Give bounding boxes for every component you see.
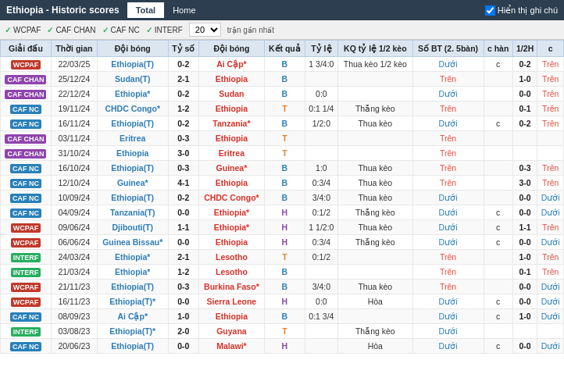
cell-team1: Tanzania(T) <box>97 205 168 220</box>
col-score: Tỷ số <box>168 41 198 57</box>
cell-chan <box>484 250 512 265</box>
cell-result: B <box>264 265 305 280</box>
cell-date: 03/11/24 <box>51 131 97 146</box>
cell-team2: CHDC Congo* <box>198 191 264 205</box>
league-badge: CAF NC <box>10 164 41 173</box>
tab-home[interactable]: Home <box>164 2 204 18</box>
cell-c: Dưới <box>537 191 564 205</box>
cell-result: B <box>264 116 305 131</box>
filter-interf[interactable]: ✓ INTERF <box>146 26 183 34</box>
cell-result: B <box>264 191 305 205</box>
cell-league: CAF CHAN <box>1 72 52 87</box>
cell-score: 0-0 <box>168 294 198 309</box>
filter-cafnc[interactable]: ✓ CAF NC <box>102 26 140 34</box>
table-row: CAF CHAN 25/12/24 Sudan(T) 2-1 Ethiopia … <box>1 72 564 87</box>
cell-score: 2-1 <box>168 250 198 265</box>
cell-team1: Ethiopia(T) <box>97 191 168 205</box>
count-select[interactable]: 20 10 30 50 <box>189 23 221 37</box>
cell-team1: Djibouti(T) <box>97 220 168 235</box>
header-title: Ethiopia - Historic scores <box>6 5 120 16</box>
cell-half: 0-0 <box>512 235 537 250</box>
cell-c: Trên <box>537 265 564 280</box>
tab-total[interactable]: Total <box>127 2 164 18</box>
cell-half: 3-0 <box>512 176 537 191</box>
cell-chan <box>484 131 512 146</box>
cell-team1: Ethiopia* <box>97 87 168 102</box>
cell-league: CAF NC <box>1 191 52 205</box>
cell-c: Trên <box>537 87 564 102</box>
league-badge: CAF CHAN <box>5 75 46 84</box>
league-badge: CAF CHAN <box>5 149 46 159</box>
cell-score: 1-2 <box>168 265 198 280</box>
cell-half <box>512 131 537 146</box>
cell-ratio <box>305 265 337 280</box>
cell-team1: Ethiopia(T) <box>97 57 168 72</box>
cell-team2: Sudan <box>198 87 264 102</box>
cell-score: 0-0 <box>168 205 198 220</box>
col-sobt: Số BT (2. 5bàn) <box>412 41 484 57</box>
filter-cafchan[interactable]: ✓ CAF CHAN <box>47 26 95 34</box>
table-row: CAF CHAN 31/10/24 Ethiopia 3-0 Eritrea T… <box>1 146 564 161</box>
cell-ratio: 1:0 <box>305 161 337 176</box>
cell-result: H <box>264 339 305 354</box>
cell-half: 0-1 <box>512 265 537 280</box>
cell-team1: Ethiopia* <box>97 250 168 265</box>
cell-team1: Guinea Bissau* <box>97 235 168 250</box>
league-badge: CAF NC <box>10 119 41 129</box>
cell-date: 24/03/24 <box>51 250 97 265</box>
cell-score: 0-0 <box>168 235 198 250</box>
filter-wcpaf[interactable]: ✓ WCPAF <box>5 26 41 34</box>
cell-half: 1-0 <box>512 72 537 87</box>
show-notes-checkbox[interactable] <box>485 5 495 16</box>
cell-league: CAF NC <box>1 339 52 354</box>
cell-kq <box>338 265 412 280</box>
cell-team1: CHDC Congo* <box>97 102 168 116</box>
cell-kq: Thắng kèo <box>338 324 412 339</box>
cell-result: T <box>264 324 305 339</box>
cell-chan <box>484 191 512 205</box>
cell-team2: Lesotho <box>198 265 264 280</box>
cell-half: 0-1 <box>512 102 537 116</box>
cell-sobt: Dưới <box>412 191 484 205</box>
cell-ratio: 1/2:0 <box>305 116 337 131</box>
filter-row: ✓ WCPAF ✓ CAF CHAN ✓ CAF NC ✓ INTERF 20 … <box>0 20 564 40</box>
cell-league: WCPAF <box>1 294 52 309</box>
cell-half: 1-0 <box>512 250 537 265</box>
league-badge: CAF CHAN <box>5 90 46 99</box>
cell-kq: Thua kèo 1/2 kèo <box>338 57 412 72</box>
cell-score: 4-1 <box>168 176 198 191</box>
cell-league: CAF NC <box>1 161 52 176</box>
cell-chan <box>484 265 512 280</box>
table-row: CAF NC 19/11/24 CHDC Congo* 1-2 Ethiopia… <box>1 102 564 116</box>
cell-half: 0-0 <box>512 205 537 220</box>
cell-team1: Ethiopia(T) <box>97 116 168 131</box>
cell-score: 0-2 <box>168 87 198 102</box>
cell-half: 0-3 <box>512 161 537 176</box>
cell-ratio: 0:3/4 <box>305 235 337 250</box>
show-notes-label[interactable]: Hiển thị ghi chú <box>485 5 558 16</box>
cell-date: 09/06/24 <box>51 220 97 235</box>
cell-c: Dưới <box>537 294 564 309</box>
cell-kq <box>338 87 412 102</box>
cell-kq: Thua kèo <box>338 161 412 176</box>
cell-ratio <box>305 324 337 339</box>
table-row: CAF CHAN 22/12/24 Ethiopia* 0-2 Sudan B … <box>1 87 564 102</box>
cell-chan: c <box>484 294 512 309</box>
cell-league: CAF NC <box>1 205 52 220</box>
cell-kq <box>338 250 412 265</box>
cell-date: 31/10/24 <box>51 146 97 161</box>
table-row: CAF NC 16/11/24 Ethiopia(T) 0-2 Tanzania… <box>1 116 564 131</box>
cell-kq: Thắng kèo <box>338 102 412 116</box>
cell-result: H <box>264 220 305 235</box>
cell-sobt: Dưới <box>412 339 484 354</box>
cell-c: Trên <box>537 72 564 87</box>
check-icon: ✓ <box>5 26 11 34</box>
cell-sobt: Dưới <box>412 235 484 250</box>
cell-chan: c <box>484 339 512 354</box>
cell-half: 0-0 <box>512 87 537 102</box>
cell-team1: Ethiopia* <box>97 265 168 280</box>
cell-sobt: Dưới <box>412 324 484 339</box>
cell-half <box>512 324 537 339</box>
cell-chan: c <box>484 116 512 131</box>
league-badge: INTERF <box>11 327 41 337</box>
